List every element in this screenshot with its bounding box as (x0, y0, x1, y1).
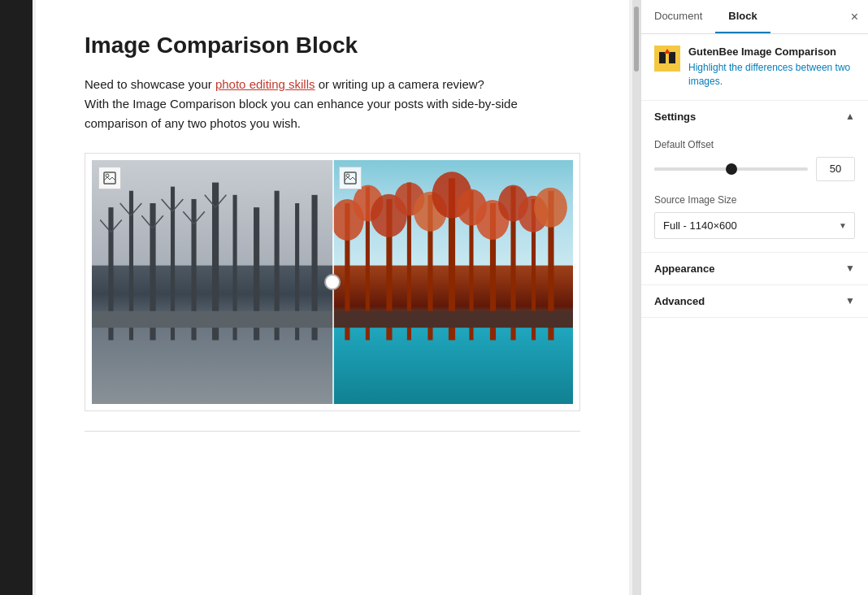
editor-area: Image Comparison Block Need to showcase … (36, 0, 629, 595)
left-image-container (92, 160, 332, 404)
second-block-area (85, 431, 580, 445)
image-comparison-inner (92, 160, 573, 404)
block-text: GutenBee Image Comparison Highlight the … (688, 46, 855, 89)
block-icon (654, 46, 680, 72)
slider-value[interactable]: 50 (816, 157, 855, 181)
block-description: Highlight the differences between two im… (688, 61, 855, 89)
settings-label: Settings (654, 111, 696, 123)
svg-rect-0 (104, 172, 115, 184)
page-description: Need to showcase your photo editing skil… (85, 75, 580, 133)
svg-rect-56 (659, 52, 666, 63)
advanced-section: Advanced ▼ (641, 285, 868, 318)
left-image-bw (92, 160, 332, 404)
source-image-size-label: Source Image Size (654, 194, 855, 206)
tab-document[interactable]: Document (641, 0, 715, 33)
left-sidebar (0, 0, 33, 595)
slider-thumb[interactable] (726, 163, 737, 175)
appearance-header[interactable]: Appearance ▼ (641, 253, 868, 284)
appearance-chevron: ▼ (845, 263, 855, 274)
source-image-size-select[interactable]: Full - 1140×600 Large - 1024×540 Medium … (654, 212, 855, 239)
appearance-label: Appearance (654, 263, 714, 275)
default-offset-label: Default Offset (654, 139, 855, 150)
comparison-handle[interactable] (324, 274, 341, 290)
appearance-section: Appearance ▼ (641, 253, 868, 285)
settings-section: Settings ▲ Default Offset 50 Source Imag… (641, 101, 868, 253)
photo-editing-link[interactable]: photo editing skills (215, 77, 315, 91)
settings-chevron: ▲ (845, 111, 855, 122)
svg-point-53 (534, 188, 567, 228)
advanced-chevron: ▼ (845, 295, 855, 306)
svg-rect-54 (332, 311, 573, 328)
main-scrollbar[interactable] (632, 0, 640, 595)
source-image-size-wrapper: Full - 1140×600 Large - 1024×540 Medium … (654, 212, 855, 239)
svg-rect-28 (345, 172, 356, 184)
panel-header: Document Block × (641, 0, 868, 34)
block-name: GutenBee Image Comparison (688, 46, 855, 58)
block-info: GutenBee Image Comparison Highlight the … (641, 34, 868, 101)
svg-rect-57 (669, 52, 675, 63)
slider-fill (654, 167, 731, 171)
svg-rect-27 (92, 311, 332, 328)
right-image-icon (339, 167, 362, 189)
page-title: Image Comparison Block (85, 33, 580, 59)
advanced-header[interactable]: Advanced ▼ (641, 285, 868, 317)
left-image-icon (98, 167, 121, 189)
right-image-container (332, 160, 573, 404)
tab-block[interactable]: Block (715, 0, 770, 33)
settings-content: Default Offset 50 Source Image Size Full… (641, 132, 868, 252)
image-comparison-block[interactable] (85, 153, 580, 411)
scrollbar-thumb[interactable] (634, 7, 639, 72)
main-content: Image Comparison Block Need to showcase … (33, 0, 632, 595)
settings-header[interactable]: Settings ▲ (641, 101, 868, 132)
right-panel: Document Block × GutenBee Image Comparis… (640, 0, 868, 595)
advanced-label: Advanced (654, 295, 705, 307)
default-offset-row: 50 (654, 157, 855, 181)
right-image-color (332, 160, 573, 404)
panel-body: GutenBee Image Comparison Highlight the … (641, 34, 868, 595)
close-button[interactable]: × (841, 3, 868, 31)
slider-track[interactable] (654, 167, 808, 171)
